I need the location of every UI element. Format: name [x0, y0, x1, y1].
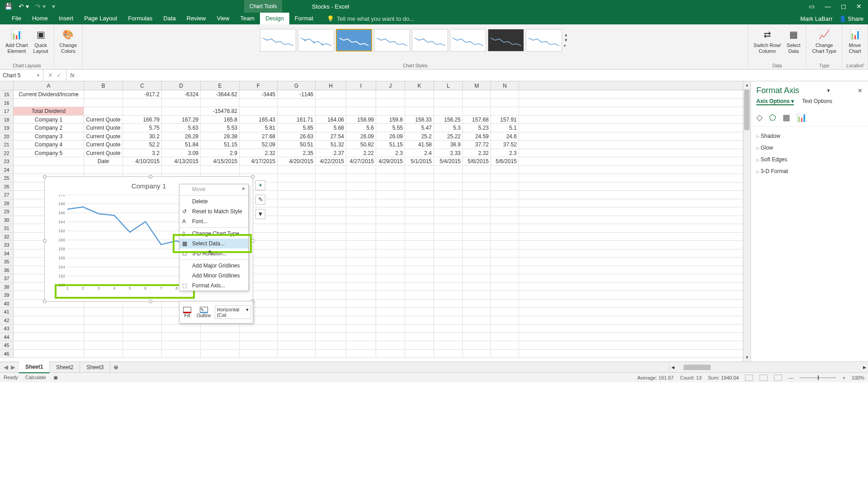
view-page-layout-button[interactable] [760, 375, 768, 381]
cell[interactable] [316, 258, 346, 266]
cell[interactable] [434, 249, 463, 258]
cell[interactable] [463, 107, 491, 115]
cell[interactable] [316, 183, 346, 191]
cell[interactable]: Current Quote [84, 149, 123, 157]
text-options-tab[interactable]: Text Options [802, 98, 832, 105]
cell[interactable] [316, 224, 346, 232]
cell[interactable] [316, 324, 346, 333]
cell[interactable] [278, 316, 316, 324]
cell[interactable] [162, 350, 201, 358]
cell[interactable] [84, 99, 123, 107]
cell[interactable] [405, 166, 434, 174]
cell[interactable] [434, 216, 463, 224]
cell[interactable]: 166.79 [123, 116, 162, 124]
cell[interactable] [405, 291, 434, 299]
pane-close-icon[interactable]: ✕ [858, 87, 863, 94]
cell[interactable] [405, 258, 434, 266]
col-header-I[interactable]: I [346, 81, 376, 90]
cell[interactable]: 158.99 [346, 116, 376, 124]
cell[interactable] [376, 308, 405, 316]
cell[interactable] [491, 233, 519, 241]
cell[interactable] [316, 308, 346, 316]
pane-dropdown-icon[interactable]: ▼ [826, 88, 831, 93]
cell[interactable] [376, 341, 405, 349]
cell[interactable] [123, 324, 162, 333]
cell[interactable]: 38.9 [434, 141, 463, 149]
cell[interactable] [14, 316, 84, 324]
row-header[interactable]: 38 [0, 283, 14, 291]
cell[interactable] [491, 308, 519, 316]
close-icon[interactable]: ✕ [856, 3, 862, 10]
row-header[interactable]: 20 [0, 132, 14, 141]
cell[interactable] [201, 99, 240, 107]
row-header[interactable]: 46 [0, 350, 14, 358]
fill-line-icon[interactable]: ◇ [756, 113, 763, 122]
row-header[interactable]: 32 [0, 233, 14, 241]
row-header[interactable]: 15 [0, 90, 14, 99]
cell[interactable] [346, 291, 376, 299]
cell[interactable] [346, 199, 376, 207]
cell[interactable] [316, 174, 346, 182]
cell[interactable] [346, 216, 376, 224]
cell[interactable]: 28.38 [201, 132, 240, 141]
cell[interactable] [376, 249, 405, 258]
cell[interactable]: 25.2 [405, 132, 434, 141]
cell[interactable]: -3644.62 [201, 90, 240, 99]
cell[interactable] [491, 183, 519, 191]
cell[interactable] [405, 90, 434, 99]
cell[interactable] [240, 324, 278, 333]
cell[interactable] [491, 300, 519, 308]
cell[interactable] [463, 241, 491, 249]
cell[interactable] [316, 266, 346, 274]
tab-data[interactable]: Data [158, 13, 181, 24]
cell[interactable]: 27.68 [240, 132, 278, 141]
cell[interactable]: 165.8 [201, 116, 240, 124]
cell[interactable]: 28.28 [162, 132, 201, 141]
cell[interactable] [201, 341, 240, 349]
cell[interactable] [405, 216, 434, 224]
cell[interactable]: 2.32 [240, 149, 278, 157]
pane-section[interactable]: 3-D Format [756, 165, 863, 177]
cell[interactable] [491, 107, 519, 115]
cell[interactable] [434, 207, 463, 216]
cell[interactable] [376, 266, 405, 274]
cell[interactable] [434, 274, 463, 282]
cell[interactable] [376, 216, 405, 224]
cell[interactable]: 158.33 [405, 116, 434, 124]
enter-icon[interactable]: ✓ [57, 72, 61, 79]
collapse-ribbon-icon[interactable]: ⌃ [862, 63, 865, 68]
cell[interactable]: 51.15 [201, 141, 240, 149]
cell[interactable] [491, 166, 519, 174]
cell[interactable] [463, 183, 491, 191]
cell[interactable] [162, 166, 201, 174]
cell[interactable]: 5.3 [434, 124, 463, 132]
cell[interactable]: 24.59 [463, 132, 491, 141]
cell[interactable] [405, 207, 434, 216]
cell[interactable] [84, 341, 123, 349]
cell[interactable] [376, 224, 405, 232]
cell[interactable]: 5/4/2015 [434, 157, 463, 165]
chart-style-7[interactable] [488, 29, 524, 52]
cell[interactable] [491, 199, 519, 207]
col-header-N[interactable]: N [491, 81, 519, 90]
cell[interactable]: 2.37 [316, 149, 346, 157]
cell[interactable]: 4/20/2015 [278, 157, 316, 165]
cell[interactable]: 26.63 [278, 132, 316, 141]
select-all-cell[interactable] [0, 81, 14, 90]
row-header[interactable]: 45 [0, 341, 14, 349]
cell[interactable] [201, 333, 240, 341]
fill-button[interactable]: Fill [181, 307, 193, 318]
cell[interactable] [376, 350, 405, 358]
cell[interactable] [463, 316, 491, 324]
cell[interactable] [14, 350, 84, 358]
row-header[interactable]: 27 [0, 191, 14, 199]
cell[interactable]: 5.53 [201, 124, 240, 132]
cell[interactable]: 2.3 [376, 149, 405, 157]
cell[interactable]: Company 2 [14, 124, 84, 132]
row-header[interactable]: 18 [0, 116, 14, 124]
zoom-slider[interactable] [800, 377, 836, 378]
cell[interactable] [376, 199, 405, 207]
cell[interactable] [201, 166, 240, 174]
cell[interactable] [491, 274, 519, 282]
cell[interactable] [463, 274, 491, 282]
